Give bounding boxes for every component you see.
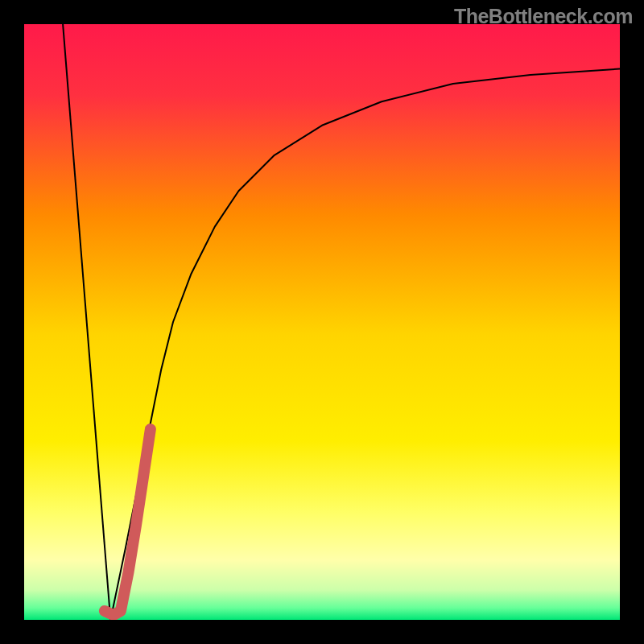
watermark-text: TheBottleneck.com [454,5,633,28]
chart-svg [24,24,620,620]
gradient-background [24,24,620,620]
chart-plot-area [24,24,620,620]
